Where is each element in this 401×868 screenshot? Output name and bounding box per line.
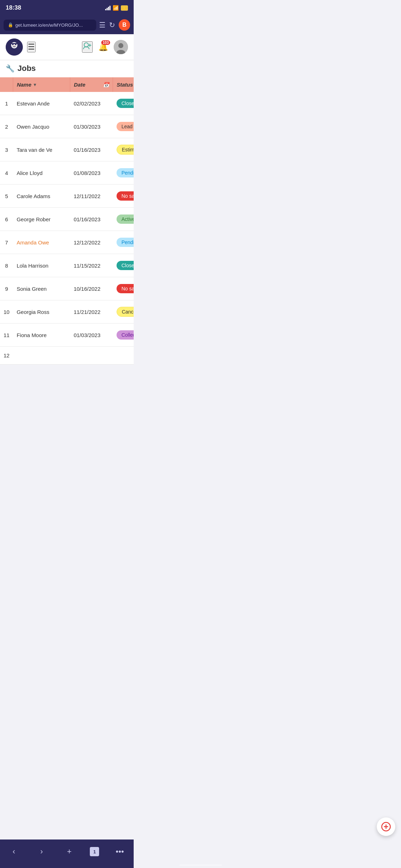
date-cell: 12/11/2022 xyxy=(70,185,113,208)
date-cell: 01/16/2023 xyxy=(70,208,113,231)
status-badge: Active xyxy=(117,215,134,224)
date-cell: 11/15/2022 xyxy=(70,254,113,277)
status-cell: Estimating xyxy=(113,138,134,161)
status-cell: Pending xyxy=(113,231,134,254)
table-row[interactable]: 10 Georgia Ross 11/21/2022 Cancelled xyxy=(0,300,134,324)
app-avatar[interactable] xyxy=(6,38,23,56)
page-title-bar: 🔧 Jobs xyxy=(0,60,134,77)
header-left: ☰ xyxy=(6,38,36,56)
table-row[interactable]: 6 George Rober 01/16/2023 Active xyxy=(0,208,134,231)
row-number: 10 xyxy=(0,300,13,324)
name-cell: Owen Jacquo xyxy=(13,115,70,138)
hamburger-menu[interactable]: ☰ xyxy=(27,42,36,52)
row-number: 9 xyxy=(0,277,13,300)
url-text: get.lumeer.io/en/w/MYORG/JO... xyxy=(15,22,92,28)
name-cell: Sonia Green xyxy=(13,277,70,300)
page-title: Jobs xyxy=(17,64,36,73)
table-row[interactable]: 3 Tara van de Ve 01/16/2023 Estimating xyxy=(0,138,134,161)
status-cell: Lead xyxy=(113,115,134,138)
status-cell: No sale xyxy=(113,277,134,300)
row-number-header xyxy=(0,77,13,92)
status-badge: Lead xyxy=(117,122,134,131)
row-number: 3 xyxy=(0,138,13,161)
jobs-table: Name ▼ Date 📅 Status ▦ xyxy=(0,77,134,365)
table-row[interactable]: 8 Lola Harrison 11/15/2022 Closed (Won) xyxy=(0,254,134,277)
status-cell: Active xyxy=(113,208,134,231)
status-badge: Closed (Won) xyxy=(117,99,134,108)
table-row[interactable]: 5 Carole Adams 12/11/2022 No sale xyxy=(0,185,134,208)
date-cell: 02/02/2023 xyxy=(70,92,113,115)
row-number: 11 xyxy=(0,324,13,347)
lock-icon: 🔒 xyxy=(8,22,13,27)
status-cell: Cancelled xyxy=(113,300,134,324)
table-row[interactable]: 11 Fiona Moore 01/03/2023 Collecting xyxy=(0,324,134,347)
calendar-icon[interactable]: 📅 xyxy=(103,82,109,88)
row-number: 12 xyxy=(0,347,13,365)
data-table-container: Name ▼ Date 📅 Status ▦ xyxy=(0,77,134,365)
status-badge: Estimating xyxy=(117,145,134,155)
table-row[interactable]: 9 Sonia Green 10/16/2022 No sale xyxy=(0,277,134,300)
add-user-button[interactable] xyxy=(82,41,93,53)
status-badge: No sale xyxy=(117,191,134,201)
svg-point-10 xyxy=(118,43,123,48)
empty-row: 12 xyxy=(0,347,134,365)
name-cell: Carole Adams xyxy=(13,185,70,208)
svg-point-5 xyxy=(14,46,15,46)
name-column-header[interactable]: Name ▼ xyxy=(13,77,70,92)
table-row[interactable]: 2 Owen Jacquo 01/30/2023 Lead xyxy=(0,115,134,138)
header-right: 🔔 103 xyxy=(82,40,128,54)
status-cell: Pending xyxy=(113,161,134,185)
status-cell: Collecting xyxy=(113,324,134,347)
browser-actions: ☰ ↻ B xyxy=(99,19,130,31)
name-cell: Tara van de Ve xyxy=(13,138,70,161)
row-number: 5 xyxy=(0,185,13,208)
status-badge: Collecting xyxy=(117,330,134,340)
battery-icon: ⚡ xyxy=(121,5,128,11)
signal-icon xyxy=(105,5,110,10)
status-icons: 📶 ⚡ xyxy=(105,5,128,11)
date-column-header[interactable]: Date 📅 xyxy=(70,77,113,92)
date-cell: 01/30/2023 xyxy=(70,115,113,138)
notification-badge: 103 xyxy=(101,40,110,45)
table-row[interactable]: 7 Amanda Owe 12/12/2022 Pending xyxy=(0,231,134,254)
row-number: 8 xyxy=(0,254,13,277)
brave-icon[interactable]: B xyxy=(119,19,130,31)
row-number: 7 xyxy=(0,231,13,254)
svg-point-1 xyxy=(11,42,17,48)
menu-button[interactable]: ☰ xyxy=(99,21,106,29)
table-header-row: Name ▼ Date 📅 Status ▦ xyxy=(0,77,134,92)
name-cell: George Rober xyxy=(13,208,70,231)
app-header: ☰ 🔔 103 xyxy=(0,34,134,60)
status-bar: 18:38 📶 ⚡ xyxy=(0,0,134,16)
name-cell: Amanda Owe xyxy=(13,231,70,254)
refresh-button[interactable]: ↻ xyxy=(109,21,115,29)
date-cell: 01/08/2023 xyxy=(70,161,113,185)
status-cell: Closed (Won) xyxy=(113,92,134,115)
row-number: 6 xyxy=(0,208,13,231)
status-badge: Cancelled xyxy=(117,307,134,317)
user-avatar[interactable] xyxy=(114,40,128,54)
row-number: 4 xyxy=(0,161,13,185)
sort-icon[interactable]: ▼ xyxy=(33,82,37,87)
status-badge: Pending xyxy=(117,238,134,247)
table-row[interactable]: 1 Estevan Ande 02/02/2023 Closed (Won) xyxy=(0,92,134,115)
date-cell: 01/03/2023 xyxy=(70,324,113,347)
row-number: 2 xyxy=(0,115,13,138)
svg-rect-4 xyxy=(11,43,17,44)
url-bar[interactable]: 🔒 get.lumeer.io/en/w/MYORG/JO... xyxy=(4,20,96,31)
row-number: 1 xyxy=(0,92,13,115)
date-cell: 11/21/2022 xyxy=(70,300,113,324)
table-row[interactable]: 4 Alice Lloyd 01/08/2023 Pending xyxy=(0,161,134,185)
notification-button[interactable]: 🔔 103 xyxy=(98,42,108,52)
wrench-icon: 🔧 xyxy=(6,64,15,73)
status-badge: Closed (Won) xyxy=(117,261,134,270)
status-cell: Closed (Won) xyxy=(113,254,134,277)
status-badge: No sale xyxy=(117,284,134,293)
name-cell: Fiona Moore xyxy=(13,324,70,347)
status-cell: No sale xyxy=(113,185,134,208)
name-cell: Estevan Ande xyxy=(13,92,70,115)
browser-bar: 🔒 get.lumeer.io/en/w/MYORG/JO... ☰ ↻ B xyxy=(0,16,134,34)
status-time: 18:38 xyxy=(6,4,21,11)
status-column-header[interactable]: Status ▦ xyxy=(113,77,134,92)
name-cell: Alice Lloyd xyxy=(13,161,70,185)
